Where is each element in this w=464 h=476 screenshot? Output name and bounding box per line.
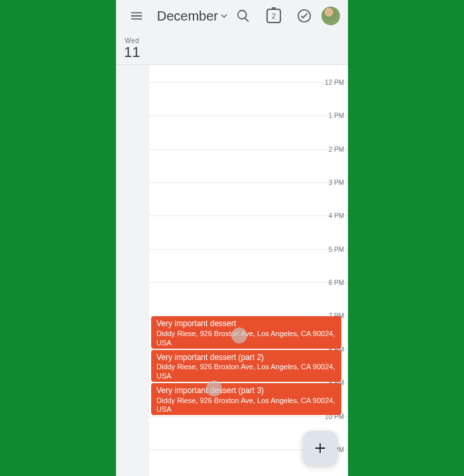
menu-button[interactable] xyxy=(124,3,149,29)
app-header: December 2 xyxy=(116,0,348,32)
create-event-button[interactable] xyxy=(303,431,337,465)
menu-icon xyxy=(129,9,144,23)
time-label: 5 PM xyxy=(329,245,344,253)
today-badge: 2 xyxy=(272,12,276,20)
hour-gridline xyxy=(149,115,348,116)
event-title: Very important dessert (part 3) xyxy=(156,386,336,395)
caret-down-icon xyxy=(221,13,227,19)
month-label: December xyxy=(157,9,218,24)
day-of-month: 11 xyxy=(124,45,140,60)
header-actions: 2 xyxy=(230,3,340,29)
tasks-icon xyxy=(297,9,312,23)
account-avatar[interactable] xyxy=(321,7,340,25)
day-header: Wed 11 xyxy=(116,32,348,65)
calendar-event[interactable]: Very important dessert (part 2)Diddy Rie… xyxy=(151,350,341,382)
event-title: Very important dessert (part 2) xyxy=(156,353,336,362)
hour-gridline xyxy=(149,282,348,283)
hour-gridline xyxy=(149,416,348,417)
hour-gridline xyxy=(149,182,348,183)
plus-icon xyxy=(313,441,327,455)
today-button[interactable]: 2 xyxy=(261,3,287,29)
event-title: Very important dessert xyxy=(156,319,336,328)
search-button[interactable] xyxy=(230,3,257,29)
time-label: 2 PM xyxy=(329,145,344,152)
calendar-event[interactable]: Very important dessertDiddy Riese, 926 B… xyxy=(151,316,341,348)
event-location: Diddy Riese, 926 Broxton Ave, Los Angele… xyxy=(156,396,336,415)
month-selector[interactable]: December xyxy=(152,9,227,24)
time-gutter xyxy=(116,65,149,476)
hour-gridline xyxy=(149,82,348,83)
time-label: 6 PM xyxy=(329,279,344,286)
tasks-button[interactable] xyxy=(291,3,318,29)
time-label: 1 PM xyxy=(329,112,344,119)
time-label: 4 PM xyxy=(329,212,344,219)
time-label: 3 PM xyxy=(329,179,344,186)
today-icon: 2 xyxy=(266,9,281,23)
search-icon xyxy=(236,9,251,23)
calendar-event[interactable]: Very important dessert (part 3)Diddy Rie… xyxy=(151,383,341,415)
event-location: Diddy Riese, 926 Broxton Ave, Los Angele… xyxy=(156,329,336,348)
day-label[interactable]: Wed 11 xyxy=(124,37,140,60)
event-location: Diddy Riese, 926 Broxton Ave, Los Angele… xyxy=(156,363,336,381)
hour-gridline xyxy=(149,149,348,150)
hour-gridline xyxy=(149,249,348,250)
hour-gridline xyxy=(149,215,348,216)
day-grid[interactable]: 12 PM1 PM2 PM3 PM4 PM5 PM6 PM7 PM8 PM9 P… xyxy=(116,65,348,476)
day-of-week: Wed xyxy=(124,37,140,44)
time-label: 12 PM xyxy=(325,79,344,86)
calendar-app: December 2 Wed 11 12 PM1 PM2 PM3 P xyxy=(116,0,348,476)
